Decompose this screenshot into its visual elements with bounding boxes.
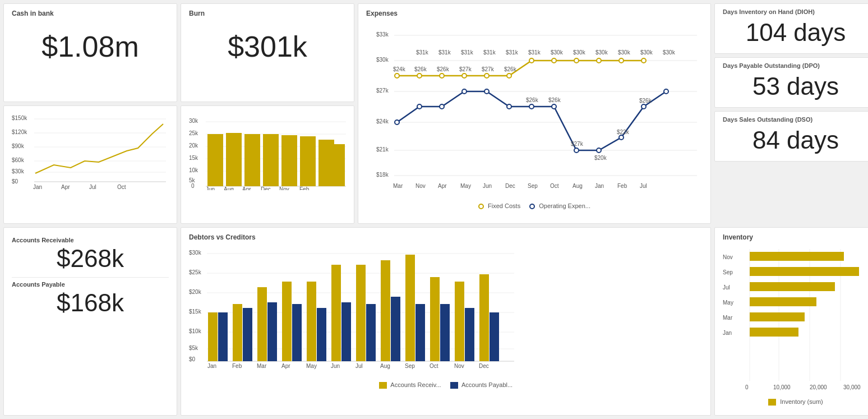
ap-legend-icon — [450, 382, 458, 389]
svg-point-18 — [395, 73, 399, 78]
svg-rect-149 — [440, 304, 450, 361]
svg-rect-138 — [307, 282, 316, 361]
svg-text:Nov: Nov — [723, 254, 733, 260]
svg-point-42 — [395, 120, 399, 125]
expenses-chart: $33k $30k $27k $24k $21k $18k $24k $26k … — [366, 20, 703, 199]
svg-text:$27k: $27k — [376, 88, 389, 94]
fixed-costs-legend-icon — [478, 204, 484, 209]
burn-chart-card: 30k 25k 20k 15k 10k 5k 0 Jun Aug — [181, 105, 354, 223]
svg-text:10,000: 10,000 — [773, 384, 791, 390]
svg-rect-132 — [233, 304, 242, 361]
svg-rect-150 — [455, 282, 464, 361]
cash-in-bank-title: Cash in bank — [12, 10, 169, 17]
svg-text:$24k: $24k — [393, 66, 406, 72]
svg-point-52 — [619, 135, 624, 140]
svg-rect-107 — [300, 136, 316, 186]
svg-rect-130 — [208, 312, 218, 361]
svg-rect-183 — [750, 297, 816, 306]
svg-text:25k: 25k — [189, 130, 198, 136]
svg-text:$31k: $31k — [438, 49, 451, 56]
svg-rect-177 — [750, 252, 844, 261]
svg-rect-144 — [381, 260, 390, 361]
svg-text:May: May — [306, 363, 317, 369]
svg-text:Feb: Feb — [299, 186, 310, 190]
svg-text:$30k: $30k — [376, 57, 389, 63]
svg-text:$30k: $30k — [12, 168, 25, 174]
svg-text:30k: 30k — [189, 118, 198, 124]
svg-rect-131 — [218, 312, 228, 361]
expenses-title: Expenses — [366, 10, 703, 17]
ar-ap-card: Accounts Receivable $268k Accounts Payab… — [3, 227, 177, 416]
svg-rect-109 — [329, 144, 345, 186]
svg-text:$31k: $31k — [528, 49, 541, 56]
svg-text:$21k: $21k — [376, 146, 389, 153]
accounts-payable-label: Accounts Payable — [12, 281, 169, 288]
svg-text:$30k: $30k — [618, 49, 631, 56]
svg-point-44 — [440, 104, 444, 109]
svg-text:Nov: Nov — [415, 183, 426, 189]
accounts-receivable-label: Accounts Receivable — [12, 237, 169, 243]
right-kpis: Days Inventory on Hand (DIOH) 104 days D… — [714, 3, 868, 224]
svg-point-26 — [574, 58, 579, 63]
cash-chart: $150k $120k $90k $60k $30k $0 Jan Apr Ju… — [12, 112, 169, 190]
svg-text:Jun: Jun — [206, 186, 215, 190]
svg-point-48 — [529, 104, 534, 109]
svg-text:Jul: Jul — [89, 184, 96, 190]
svg-point-28 — [619, 58, 624, 63]
dso-value: 84 days — [723, 124, 868, 156]
cash-in-bank-value: $1.08m — [12, 20, 169, 69]
svg-point-29 — [641, 58, 646, 63]
svg-rect-143 — [366, 304, 376, 361]
svg-text:Nov: Nov — [279, 186, 289, 190]
svg-point-53 — [641, 104, 646, 109]
svg-text:Mar: Mar — [393, 183, 403, 189]
svg-text:Apr: Apr — [281, 363, 290, 369]
svg-text:$26k: $26k — [639, 98, 652, 104]
inventory-card: Inventory 0 10,000 20,000 30,000 40,000 … — [714, 227, 868, 416]
svg-text:Dec: Dec — [479, 363, 489, 369]
svg-text:Aug: Aug — [380, 363, 390, 369]
inventory-legend-label: Inventory (sum) — [780, 398, 823, 405]
burn-title: Burn — [189, 10, 346, 17]
dpo-title: Days Payable Outstanding (DPO) — [723, 62, 868, 69]
svg-text:$24k: $24k — [376, 118, 389, 125]
svg-text:0: 0 — [745, 384, 749, 390]
svg-text:Jul: Jul — [355, 363, 363, 369]
svg-text:30,000: 30,000 — [843, 384, 861, 390]
svg-text:$31k: $31k — [506, 49, 519, 56]
svg-text:$30k: $30k — [663, 49, 676, 56]
svg-text:$30k: $30k — [551, 49, 564, 56]
svg-text:$30k: $30k — [595, 49, 608, 56]
svg-text:May: May — [723, 300, 733, 306]
svg-rect-106 — [281, 135, 297, 186]
svg-text:$27k: $27k — [459, 66, 472, 72]
dpo-value: 53 days — [723, 70, 868, 103]
svg-text:Oct: Oct — [430, 363, 438, 369]
svg-point-24 — [529, 58, 534, 63]
svg-text:Nov: Nov — [454, 363, 464, 369]
svg-text:$30k: $30k — [189, 250, 202, 256]
svg-rect-135 — [267, 302, 277, 361]
svg-point-21 — [462, 73, 467, 78]
inventory-title: Inventory — [723, 233, 868, 241]
svg-rect-153 — [490, 312, 499, 361]
svg-point-50 — [574, 148, 579, 153]
operating-expenses-legend-icon — [529, 204, 535, 209]
svg-text:Jan: Jan — [33, 184, 42, 190]
svg-text:May: May — [460, 183, 471, 189]
svg-text:$20k: $20k — [594, 155, 607, 161]
svg-text:20k: 20k — [189, 142, 198, 149]
svg-text:$120k: $120k — [12, 129, 27, 135]
ar-legend-label: Accounts Receiv... — [390, 381, 441, 388]
svg-rect-151 — [465, 308, 474, 361]
svg-rect-104 — [244, 134, 260, 186]
svg-rect-102 — [207, 134, 223, 186]
svg-text:Oct: Oct — [550, 183, 559, 189]
ar-legend-icon — [379, 382, 387, 389]
svg-rect-105 — [263, 134, 279, 186]
svg-rect-181 — [750, 282, 835, 291]
svg-point-19 — [417, 73, 422, 78]
svg-point-43 — [417, 104, 422, 109]
svg-text:$33k: $33k — [376, 31, 389, 38]
dioh-card: Days Inventory on Hand (DIOH) 104 days — [714, 3, 868, 54]
